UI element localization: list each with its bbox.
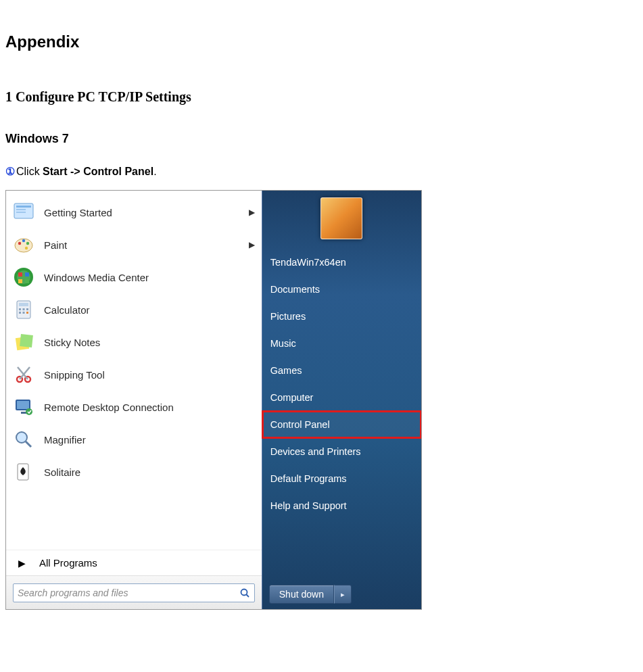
svg-rect-3 [16,212,26,213]
svg-rect-18 [23,308,25,310]
program-label: Getting Started [44,207,249,218]
svg-rect-31 [21,412,26,414]
svg-rect-22 [26,312,28,314]
search-input[interactable]: Search programs and files [13,583,255,602]
program-wmc[interactable]: Windows Media Center [6,261,262,293]
right-item-label: Pictures [270,311,306,322]
step-1: ① Click Start -> Control Panel. [5,165,638,178]
program-label: Solitaire [44,466,255,478]
snipping-tool-icon [10,361,37,388]
user-avatar[interactable] [320,197,362,239]
svg-rect-13 [18,279,22,283]
svg-rect-30 [17,401,29,409]
devices-printers-item[interactable]: Devices and Printers [262,438,421,465]
games-item[interactable]: Games [262,357,421,384]
svg-point-36 [241,589,247,595]
program-solitaire[interactable]: Solitaire [6,456,262,488]
svg-line-34 [26,441,31,447]
program-label: Snipping Tool [44,369,255,381]
solitaire-icon [10,458,37,485]
step-prefix: Click [16,166,43,177]
right-item-label: Games [270,365,302,376]
shutdown-options-button[interactable]: ▸ [334,585,352,604]
program-magnifier[interactable]: Magnifier [6,423,262,456]
program-paint[interactable]: Paint ▶ [6,229,262,261]
right-item-label: Control Panel [270,419,330,430]
appendix-heading: Appendix [5,32,638,51]
pictures-item[interactable]: Pictures [262,303,421,330]
help-support-item[interactable]: Help and Support [262,492,421,519]
control-panel-item[interactable]: Control Panel [262,411,421,438]
step-suffix: . [153,166,156,177]
svg-line-37 [246,594,249,597]
chevron-right-icon: ▸ [341,590,345,599]
right-item-label: Devices and Printers [270,446,361,457]
computer-item[interactable]: Computer [262,384,421,411]
svg-point-6 [22,239,25,242]
svg-rect-11 [18,272,22,277]
program-getting-started[interactable]: Getting Started ▶ [6,196,262,229]
svg-rect-19 [26,308,28,310]
programs-list: Getting Started ▶ Paint ▶ Windows Media … [6,191,262,550]
program-label: Windows Media Center [44,272,255,283]
svg-rect-12 [25,272,29,277]
program-rdc[interactable]: Remote Desktop Connection [6,391,262,423]
svg-point-7 [26,242,29,245]
svg-rect-21 [23,312,25,314]
step-number: ① [5,165,15,178]
all-programs-label: All Programs [39,557,97,569]
right-item-label: Help and Support [270,500,347,511]
svg-point-8 [25,247,28,249]
search-placeholder: Search programs and files [18,587,239,598]
shutdown-button[interactable]: Shut down [269,585,334,604]
program-snipping-tool[interactable]: Snipping Tool [6,358,262,391]
step-text: Click Start -> Control Panel. [16,166,157,178]
username-label: TendaWin7x64en [270,257,346,268]
all-programs-arrow-icon: ▶ [18,558,26,569]
all-programs[interactable]: ▶ All Programs [6,550,262,575]
default-programs-item[interactable]: Default Programs [262,465,421,492]
wmc-icon [10,264,37,291]
search-bar: Search programs and files [6,575,262,609]
step-bold: Start -> Control Panel [43,166,153,177]
getting-started-icon [10,199,37,226]
start-menu-left-pane: Getting Started ▶ Paint ▶ Windows Media … [6,191,262,609]
svg-rect-14 [25,279,29,283]
music-item[interactable]: Music [262,330,421,357]
right-item-label: Documents [270,284,320,295]
svg-rect-20 [19,312,21,314]
program-label: Magnifier [44,434,255,446]
svg-point-32 [26,408,32,415]
program-label: Remote Desktop Connection [44,402,255,413]
right-item-label: Music [270,338,296,349]
svg-rect-16 [19,303,28,306]
start-menu: Getting Started ▶ Paint ▶ Windows Media … [5,190,422,610]
calculator-icon [10,296,37,323]
search-icon [239,587,250,598]
section-heading: 1 Configure PC TCP/IP Settings [5,89,638,105]
rdc-icon [10,393,37,421]
svg-rect-1 [16,206,31,208]
right-item-label: Computer [270,392,314,403]
svg-rect-17 [19,308,21,310]
program-label: Calculator [44,304,255,316]
user-avatar-container [262,197,421,246]
svg-point-5 [18,242,21,245]
submenu-arrow-icon: ▶ [249,240,255,249]
svg-rect-24 [20,334,33,347]
paint-icon [10,231,37,258]
program-label: Paint [44,239,249,251]
shutdown-row: Shut down ▸ [262,581,421,609]
start-menu-right-pane: TendaWin7x64en Documents Pictures Music … [262,191,421,609]
svg-rect-2 [16,209,26,210]
username-item[interactable]: TendaWin7x64en [262,249,421,276]
program-calculator[interactable]: Calculator [6,293,262,326]
submenu-arrow-icon: ▶ [249,208,255,217]
svg-point-33 [16,432,27,443]
sticky-notes-icon [10,329,37,356]
subsection-heading: Windows 7 [5,132,638,146]
documents-item[interactable]: Documents [262,276,421,303]
right-item-label: Default Programs [270,473,347,484]
program-sticky-notes[interactable]: Sticky Notes [6,326,262,358]
magnifier-icon [10,426,37,453]
